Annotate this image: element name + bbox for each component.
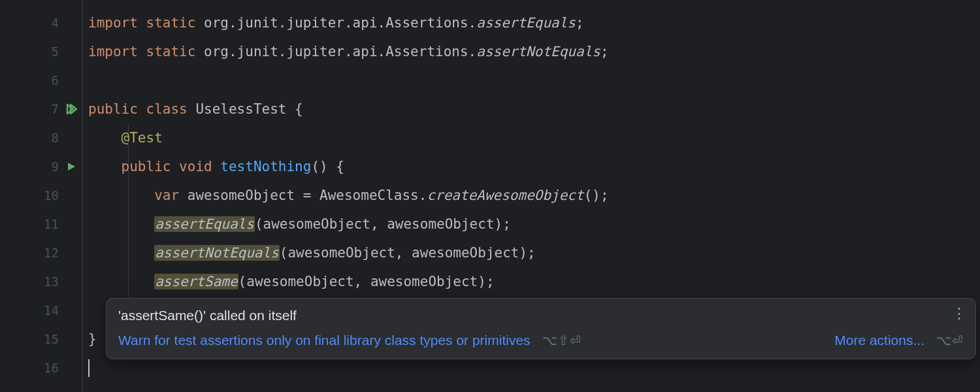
line-number: 11 [44,217,59,231]
code-line: var awesomeObject = AwesomeClass.createA… [88,181,980,210]
line-number: 13 [44,274,59,289]
line-number: 4 [52,16,59,30]
text-caret [88,359,90,377]
shortcut-hint: ⌥⇧⏎ [542,333,581,348]
code-line: import static org.junit.jupiter.api.Asse… [88,8,980,37]
gutter: 4 5 6 7 8 9 10 11 12 13 14 15 16 [0,0,83,392]
shortcut-hint: ⌥⏎ [936,333,964,348]
line-number: 5 [52,44,59,59]
line-number: 16 [44,361,59,375]
inspection-warning[interactable]: assertNotEquals [154,245,280,261]
code-line: @Test [88,123,980,152]
more-actions-link[interactable]: More actions... [834,333,924,348]
code-line: import static org.junit.jupiter.api.Asse… [88,37,980,66]
line-number: 12 [44,246,59,260]
line-number: 10 [44,188,59,203]
quick-fix-link[interactable]: Warn for test assertions only on final l… [118,333,531,348]
code-line: public class UselessTest { [88,95,980,123]
line-number: 8 [52,131,59,145]
inspection-warning[interactable]: assertSame [154,274,238,289]
code-line [88,66,980,95]
line-number: 6 [52,73,59,88]
kebab-menu-icon[interactable]: ⋮ [952,306,966,321]
inspection-popup: ⋮ 'assertSame()' called on itself Warn f… [106,298,976,359]
line-number: 14 [44,303,59,318]
code-line: assertEquals(awesomeObject, awesomeObjec… [88,210,980,238]
code-line: assertSame(awesomeObject, awesomeObject)… [88,267,980,296]
code-line: public void testNothing() { [88,152,980,181]
line-number: 7 [52,102,59,116]
line-number: 9 [52,159,59,174]
inspection-warning[interactable]: assertEquals [154,216,255,232]
inspection-title: 'assertSame()' called on itself [118,308,964,323]
line-number: 15 [44,332,59,346]
run-test-icon[interactable] [65,161,77,172]
run-class-icon[interactable] [65,103,77,115]
code-line: assertNotEquals(awesomeObject, awesomeOb… [88,238,980,267]
